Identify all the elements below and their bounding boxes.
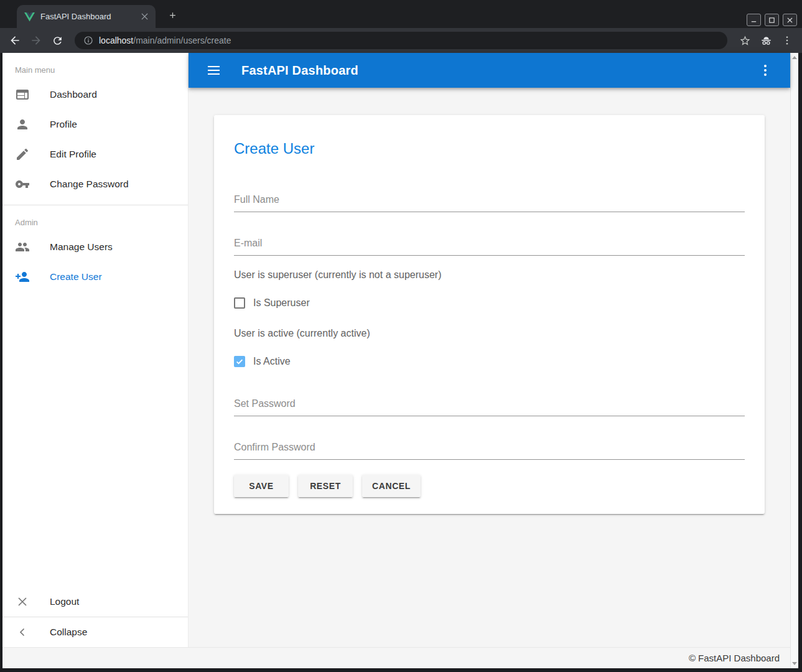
page-footer: © FastAPI Dashboard <box>2 647 790 668</box>
sidebar-item-label: Logout <box>50 596 79 607</box>
is-active-checkbox[interactable]: Is Active <box>234 356 745 367</box>
person-icon <box>15 117 30 132</box>
sidebar: Main menu Dashboard Profile Edit Profile <box>2 53 189 647</box>
forward-button[interactable] <box>27 32 45 49</box>
confirm-password-field[interactable]: Confirm Password <box>234 442 745 460</box>
is-superuser-checkbox[interactable]: Is Superuser <box>234 297 745 309</box>
email-field[interactable]: E-mail <box>234 238 745 256</box>
chevron-left-icon <box>15 625 30 640</box>
sidebar-item-label: Edit Profile <box>50 149 96 160</box>
tab-close-icon[interactable] <box>139 12 149 22</box>
tab-title: FastAPI Dashboard <box>40 12 134 21</box>
checkbox-label: Is Superuser <box>253 297 310 309</box>
sidebar-section-header: Main menu <box>2 53 188 80</box>
page-scrollbar[interactable] <box>790 53 798 668</box>
page-title: Create User <box>234 140 745 157</box>
sidebar-item-label: Change Password <box>50 179 129 190</box>
sidebar-item-label: Profile <box>50 119 77 130</box>
site-info-icon[interactable] <box>83 35 93 45</box>
reload-button[interactable] <box>49 32 66 49</box>
page-viewport: Main menu Dashboard Profile Edit Profile <box>0 53 802 672</box>
active-hint: User is active (currently active) <box>234 328 745 339</box>
sidebar-item-label: Dashboard <box>50 89 97 100</box>
field-underline <box>234 255 745 256</box>
maximize-button[interactable] <box>765 14 779 26</box>
sidebar-item-label: Create User <box>50 271 102 282</box>
appbar-kebab-menu-icon[interactable] <box>758 63 773 78</box>
sidebar-item-profile[interactable]: Profile <box>2 110 188 139</box>
scrollbar-up-arrow-icon[interactable] <box>792 56 797 59</box>
create-user-card: Create User Full Name E-mail User is sup… <box>214 115 765 514</box>
set-password-label: Set Password <box>234 398 745 409</box>
sidebar-item-manage-users[interactable]: Manage Users <box>2 232 188 262</box>
browser-toolbar: localhost/main/admin/users/create <box>0 28 802 53</box>
sidebar-spacer <box>2 292 188 587</box>
sidebar-item-edit-profile[interactable]: Edit Profile <box>2 139 188 169</box>
browser-tab[interactable]: FastAPI Dashboard <box>17 5 156 28</box>
field-underline <box>234 212 745 212</box>
person-add-icon <box>15 269 30 284</box>
window-controls <box>747 14 797 26</box>
page-content: Create User Full Name E-mail User is sup… <box>189 88 790 647</box>
reset-button[interactable]: RESET <box>298 475 353 497</box>
bookmark-star-icon[interactable] <box>736 32 753 49</box>
key-icon <box>15 177 30 192</box>
url-host: localhost <box>99 35 133 45</box>
email-label: E-mail <box>234 238 745 249</box>
close-window-button[interactable] <box>783 14 797 26</box>
close-icon <box>15 594 30 609</box>
form-buttons: SAVE RESET CANCEL <box>234 475 745 497</box>
browser-tab-strip: FastAPI Dashboard <box>0 0 802 28</box>
superuser-hint: User is superuser (currently is not a su… <box>234 269 745 281</box>
sidebar-item-create-user[interactable]: Create User <box>2 262 188 292</box>
back-button[interactable] <box>6 32 24 49</box>
sidebar-item-collapse[interactable]: Collapse <box>2 617 188 647</box>
pencil-icon <box>15 147 30 162</box>
sidebar-item-logout[interactable]: Logout <box>2 587 188 617</box>
field-underline <box>234 459 745 460</box>
url-text: localhost/main/admin/users/create <box>99 35 231 45</box>
checkbox-box[interactable] <box>234 356 245 367</box>
set-password-field[interactable]: Set Password <box>234 398 745 416</box>
url-path: /main/admin/users/create <box>133 35 231 45</box>
sidebar-section-header: Admin <box>2 205 188 232</box>
scrollbar-down-arrow-icon[interactable] <box>792 662 797 665</box>
browser-window: FastAPI Dashboard <box>0 0 802 672</box>
app-bar: FastAPI Dashboard <box>189 53 790 88</box>
full-name-label: Full Name <box>234 194 745 205</box>
confirm-password-label: Confirm Password <box>234 442 745 453</box>
sidebar-item-label: Manage Users <box>50 241 113 253</box>
sidebar-item-change-password[interactable]: Change Password <box>2 169 188 199</box>
dashboard-icon <box>15 87 30 102</box>
minimize-button[interactable] <box>747 14 761 26</box>
checkbox-label: Is Active <box>253 356 291 367</box>
checkbox-box[interactable] <box>234 297 245 309</box>
app-title: FastAPI Dashboard <box>241 63 358 78</box>
browser-menu-kebab-icon[interactable] <box>778 32 796 49</box>
main-area: FastAPI Dashboard Create User Full Name … <box>189 53 790 647</box>
vue-logo-icon <box>24 12 35 22</box>
sidebar-item-label: Collapse <box>50 627 87 638</box>
copyright-text: © FastAPI Dashboard <box>689 653 780 663</box>
people-icon <box>15 240 30 254</box>
field-underline <box>234 416 745 416</box>
cancel-button[interactable]: CANCEL <box>362 475 421 497</box>
address-bar[interactable]: localhost/main/admin/users/create <box>75 32 727 49</box>
new-tab-button[interactable] <box>166 8 179 22</box>
incognito-icon <box>757 32 775 49</box>
full-name-field[interactable]: Full Name <box>234 194 745 212</box>
save-button[interactable]: SAVE <box>234 475 289 497</box>
hamburger-menu-icon[interactable] <box>206 63 221 78</box>
sidebar-item-dashboard[interactable]: Dashboard <box>2 80 188 110</box>
